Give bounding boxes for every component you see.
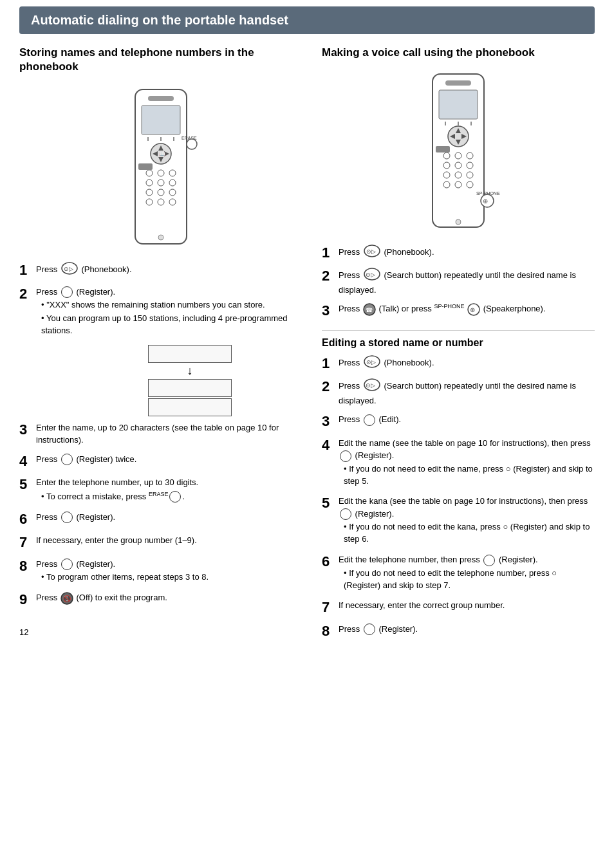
left-step-9: 9 Press 📵 (Off) to exit the program.	[19, 591, 302, 608]
svg-point-48	[467, 162, 473, 169]
screen-box-2	[148, 379, 232, 397]
svg-rect-33	[445, 80, 471, 86]
edit-step-4-content: Edit the name (see the table on page 10 …	[339, 437, 595, 489]
svg-text:⊙▷: ⊙▷	[64, 266, 73, 272]
right-step-1: 1 Press ⊙▷ (Phonebook).	[322, 245, 595, 261]
svg-rect-1	[148, 96, 174, 101]
register-circle-e8	[364, 623, 375, 635]
svg-point-52	[443, 181, 450, 188]
register-circle-e6	[483, 555, 495, 566]
left-step-5: 5 Enter the telephone number, up to 30 d…	[19, 476, 302, 504]
svg-text:📖: 📖	[159, 151, 165, 157]
right-step-2-num: 2	[322, 268, 336, 284]
svg-point-20	[146, 189, 153, 196]
register-circle-2	[61, 286, 73, 298]
speakerphone-icon: ⊕	[467, 304, 483, 314]
erase-circle	[169, 491, 181, 503]
edit-step-6-num: 6	[322, 553, 336, 570]
left-step-6: 6 Press (Register).	[19, 511, 302, 528]
right-phone-svg: SP-PHONE ⊕	[397, 69, 519, 233]
right-column: Making a voice call using the phonebook	[322, 46, 595, 646]
left-column: Storing names and telephone numbers in t…	[19, 46, 302, 646]
svg-point-18	[158, 180, 164, 186]
register-circle-4	[61, 454, 73, 465]
register-circle-6	[61, 512, 73, 523]
page-number: 12	[19, 627, 302, 637]
svg-point-23	[146, 199, 153, 205]
arrow-down-1: ↓	[148, 364, 232, 378]
step-2-content: Press (Register). "XXX" shows the remain…	[36, 286, 302, 338]
search-button-icon-e2: ⊙▷	[364, 378, 380, 394]
svg-text:⊕: ⊕	[483, 198, 488, 205]
edit-step-8-content: Press (Register).	[339, 623, 595, 636]
right-step-1-content: Press ⊙▷ (Phonebook).	[339, 245, 595, 261]
edit-step-4: 4 Edit the name (see the table on page 1…	[322, 437, 595, 489]
step-3-num: 3	[19, 421, 33, 438]
svg-point-26	[158, 235, 163, 240]
left-step-2: 2 Press (Register). "XXX" shows the rema…	[19, 286, 302, 338]
screen-box-3	[148, 398, 232, 416]
edit-step-2-content: Press ⊙▷ (Search button) repeatedly unti…	[339, 378, 595, 407]
svg-point-46	[443, 162, 450, 169]
svg-point-45	[467, 152, 473, 159]
svg-rect-27	[138, 163, 153, 170]
edit-step-7-content: If necessary, enter the correct group nu…	[339, 599, 595, 612]
svg-point-43	[443, 152, 450, 159]
svg-text:⊙▷: ⊙▷	[366, 272, 375, 278]
register-circle-8	[61, 559, 73, 570]
nav-phonebook-icon-r1: ⊙▷	[364, 245, 380, 261]
svg-point-17	[146, 180, 153, 186]
left-phone-svg: ERASE 📖	[97, 83, 225, 250]
svg-text:⊕: ⊕	[470, 306, 475, 313]
step-7-content: If necessary, enter the group number (1–…	[36, 534, 302, 547]
svg-point-21	[158, 189, 164, 196]
edit-step-7: 7 If necessary, enter the correct group …	[322, 599, 595, 616]
svg-rect-34	[439, 90, 478, 119]
svg-point-58	[456, 219, 461, 225]
svg-point-54	[467, 181, 473, 188]
step-4-content: Press (Register) twice.	[36, 453, 302, 466]
svg-point-19	[169, 180, 176, 186]
svg-text:⊙▷: ⊙▷	[366, 359, 376, 365]
page-header: Automatic dialing on the portable handse…	[19, 6, 595, 34]
edit-step-7-num: 7	[322, 599, 336, 616]
edit-step-1-content: Press ⊙▷ (Phonebook).	[339, 355, 595, 371]
register-circle-e5	[340, 508, 351, 520]
svg-point-7	[187, 139, 197, 149]
step-9-num: 9	[19, 591, 33, 608]
svg-text:☎: ☎	[366, 307, 373, 313]
nav-phonebook-icon-e1: ⊙▷	[364, 355, 380, 371]
step-1-content: Press ⊙▷ (Phonebook).	[36, 262, 302, 278]
step-9-content: Press 📵 (Off) to exit the program.	[36, 591, 302, 605]
edit-step-3-num: 3	[322, 413, 336, 430]
step-3-content: Enter the name, up to 20 characters (see…	[36, 421, 302, 447]
step-1-num: 1	[19, 262, 33, 279]
edit-step-6: 6 Edit the telephone number, then press …	[322, 553, 595, 593]
edit-step-4-num: 4	[322, 437, 336, 454]
right-phone-diagram: SP-PHONE ⊕	[322, 69, 595, 233]
left-section-title: Storing names and telephone numbers in t…	[19, 46, 302, 74]
edit-step-8: 8 Press (Register).	[322, 623, 595, 640]
step-4-num: 4	[19, 453, 33, 470]
step-7-num: 7	[19, 534, 33, 551]
header-title: Automatic dialing on the portable handse…	[31, 13, 288, 27]
right-section-title: Making a voice call using the phonebook	[322, 46, 595, 60]
edit-step-5-num: 5	[322, 495, 336, 512]
svg-point-50	[455, 172, 461, 178]
svg-point-53	[455, 181, 461, 188]
svg-point-49	[443, 172, 450, 178]
register-circle-e4	[340, 450, 351, 462]
right-step-2: 2 Press ⊙▷ (Search button) repeatedly un…	[322, 268, 595, 296]
svg-point-16	[169, 170, 176, 176]
svg-point-51	[467, 172, 473, 178]
talk-button-icon: ☎	[362, 304, 379, 314]
edit-step-2-num: 2	[322, 378, 336, 395]
right-step-3-num: 3	[322, 302, 336, 319]
svg-rect-2	[142, 106, 180, 134]
nav-phonebook-icon-1: ⊙▷	[61, 262, 78, 278]
right-step-2-content: Press ⊙▷ (Search button) repeatedly unti…	[339, 268, 595, 296]
step-6-content: Press (Register).	[36, 511, 302, 524]
edit-circle-3	[364, 414, 375, 426]
edit-step-2: 2 Press ⊙▷ (Search button) repeatedly un…	[322, 378, 595, 407]
off-button-icon: 📵	[60, 593, 77, 602]
